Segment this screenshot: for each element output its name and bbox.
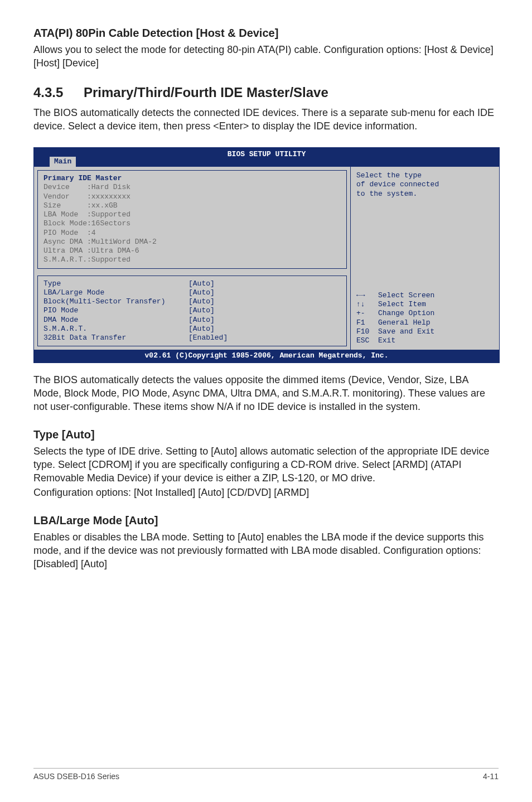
document-page: ATA(PI) 80Pin Cable Detection [Host & De… (0, 0, 532, 802)
paragraph-type-options: Configuration options: [Not Installed] [… (33, 486, 499, 499)
bios-option-row: Type[Auto] (43, 279, 341, 288)
bios-option-row: S.M.A.R.T.[Auto] (43, 325, 341, 334)
bios-option-label: DMA Mode (43, 316, 188, 325)
section-heading: 4.3.5Primary/Third/Fourth IDE Master/Sla… (33, 85, 499, 100)
bios-title: BIOS SETUP UTILITY (34, 150, 499, 159)
bios-dimmed-row: PIO Mode :4 (43, 229, 341, 238)
paragraph-lba: Enables or disables the LBA mode. Settin… (33, 530, 499, 571)
bios-option-label: S.M.A.R.T. (43, 325, 188, 334)
bios-option-row: PIO Mode[Auto] (43, 306, 341, 315)
bios-help-text: Select the type of device connected to t… (356, 171, 494, 199)
footer-page-number: 4-11 (483, 772, 499, 781)
bios-dimmed-row: S.M.A.R.T.:Supported (43, 255, 341, 264)
bios-dimmed-row: Vendor :xxxxxxxxx (43, 192, 341, 201)
bios-option-value: [Auto] (188, 306, 215, 315)
bios-options-box: Type[Auto] LBA/Large Mode[Auto] Block(Mu… (37, 276, 347, 347)
bios-left-pane: Primary IDE Master Device :Hard Disk Ven… (34, 167, 350, 350)
bios-option-row: 32Bit Data Transfer[Enabled] (43, 334, 341, 342)
bios-tab-main: Main (50, 157, 76, 167)
bios-key-legend: ←→ Select Screen ↑↓ Select Item +- Chang… (356, 291, 494, 346)
bios-option-label: PIO Mode (43, 306, 188, 315)
footer-product: ASUS DSEB-D16 Series (33, 772, 119, 781)
heading-type: Type [Auto] (33, 428, 499, 441)
bios-option-value: [Auto] (188, 288, 215, 297)
bios-option-value: [Auto] (188, 297, 215, 306)
bios-option-label: Type (43, 279, 188, 288)
bios-option-value: [Auto] (188, 279, 215, 288)
bios-option-row: Block(Multi-Sector Transfer)[Auto] (43, 297, 341, 306)
section-name: Primary/Third/Fourth IDE Master/Slave (84, 85, 328, 100)
bios-option-value: [Auto] (188, 325, 215, 333)
bios-body: Primary IDE Master Device :Hard Disk Ven… (34, 167, 499, 350)
bios-option-value: [Enabled] (188, 334, 228, 342)
bios-option-label: LBA/Large Mode (43, 288, 188, 297)
bios-right-pane: Select the type of device connected to t… (350, 167, 499, 350)
paragraph-type: Selects the type of IDE drive. Setting t… (33, 445, 499, 485)
page-footer: ASUS DSEB-D16 Series 4-11 (33, 768, 499, 781)
bios-dimmed-row: Size :xx.xGB (43, 201, 341, 210)
bios-dimmed-row: Async DMA :MultiWord DMA-2 (43, 238, 341, 247)
bios-option-label: 32Bit Data Transfer (43, 334, 188, 342)
bios-dimmed-row: Block Mode:16Sectors (43, 219, 341, 228)
bios-screenshot: BIOS SETUP UTILITY Main Primary IDE Mast… (33, 147, 500, 363)
paragraph-atapi: Allows you to select the mode for detect… (33, 43, 499, 70)
heading-atapi: ATA(PI) 80Pin Cable Detection [Host & De… (33, 27, 499, 40)
bios-dimmed-row: Device :Hard Disk (43, 183, 341, 192)
bios-option-row: DMA Mode[Auto] (43, 316, 341, 325)
bios-section-header: Primary IDE Master (43, 174, 341, 183)
paragraph-after-bios: The BIOS automatically detects the value… (33, 373, 499, 414)
bios-dimmed-row: LBA Mode :Supported (43, 210, 341, 219)
bios-option-value: [Auto] (188, 316, 215, 324)
heading-lba: LBA/Large Mode [Auto] (33, 514, 499, 527)
bios-dimmed-row: Ultra DMA :Ultra DMA-6 (43, 247, 341, 255)
bios-option-row: LBA/Large Mode[Auto] (43, 288, 341, 297)
bios-option-label: Block(Multi-Sector Transfer) (43, 297, 188, 306)
paragraph-intro: The BIOS automatically detects the conne… (33, 106, 499, 133)
section-number: 4.3.5 (33, 85, 84, 100)
bios-info-box: Primary IDE Master Device :Hard Disk Ven… (37, 170, 347, 269)
bios-title-bar: BIOS SETUP UTILITY Main (34, 148, 499, 167)
bios-footer: v02.61 (C)Copyright 1985-2006, American … (34, 350, 499, 362)
